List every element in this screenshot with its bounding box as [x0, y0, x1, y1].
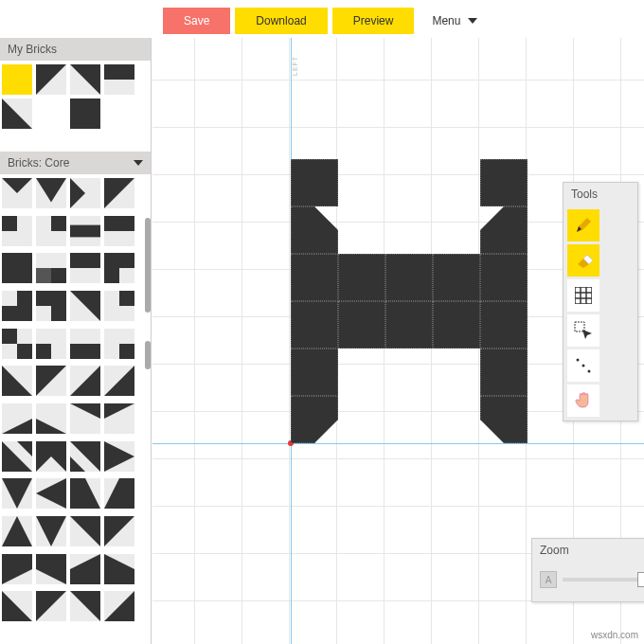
- core-bricks-header[interactable]: Bricks: Core: [0, 152, 151, 174]
- brick-tri[interactable]: [36, 366, 66, 396]
- brick-tri[interactable]: [70, 591, 100, 621]
- brick-half[interactable]: [70, 329, 100, 359]
- brick-solid-yellow[interactable]: [2, 64, 32, 95]
- svg-marker-5: [2, 178, 32, 193]
- brick-tri[interactable]: [104, 478, 134, 509]
- zoom-out-button[interactable]: A: [540, 571, 557, 588]
- brick-tri[interactable]: [70, 366, 100, 396]
- brick-solid[interactable]: [70, 98, 100, 129]
- glyph-cell[interactable]: [385, 254, 433, 301]
- brick-tri[interactable]: [70, 291, 100, 321]
- glyph-cell[interactable]: [338, 254, 385, 301]
- glyph-cell[interactable]: [480, 159, 528, 206]
- brick-tri[interactable]: [2, 403, 32, 434]
- brick-tri[interactable]: [36, 178, 66, 208]
- glyph-cell[interactable]: [480, 301, 528, 349]
- brick-q[interactable]: [2, 329, 32, 359]
- svg-rect-11: [70, 224, 100, 237]
- brick-tri[interactable]: [36, 478, 66, 509]
- brick-tri[interactable]: [2, 441, 32, 472]
- glyph-cell[interactable]: [433, 254, 480, 301]
- brick-tri[interactable]: [70, 441, 100, 472]
- brick-tri[interactable]: [36, 516, 66, 546]
- brick-tri[interactable]: [104, 178, 134, 208]
- glyph-cell[interactable]: [291, 301, 338, 349]
- glyph-cell[interactable]: [385, 301, 433, 349]
- brick-tri[interactable]: [104, 253, 134, 283]
- brick-tri[interactable]: [70, 478, 100, 509]
- svg-rect-25: [70, 344, 100, 359]
- canvas-area[interactable]: LEFT BASELINE Tools: [152, 38, 644, 644]
- brick-tri[interactable]: [2, 516, 32, 546]
- select-tool[interactable]: [567, 314, 599, 347]
- brick-tri[interactable]: [36, 441, 66, 472]
- glyph-cell[interactable]: [480, 349, 528, 396]
- brick-tri[interactable]: [36, 403, 66, 434]
- pan-tool[interactable]: [567, 385, 599, 417]
- scrollbar-thumb[interactable]: [145, 341, 151, 369]
- brick-tri[interactable]: [70, 554, 100, 584]
- brick-solid[interactable]: [2, 253, 32, 283]
- glyph-cell[interactable]: [338, 301, 385, 349]
- menu-label: Menu: [432, 14, 460, 27]
- brick-half[interactable]: [36, 253, 66, 283]
- brick-tri[interactable]: [104, 403, 134, 434]
- brick-L[interactable]: [2, 291, 32, 321]
- brick-tri[interactable]: [70, 516, 100, 546]
- preview-button[interactable]: Preview: [332, 8, 415, 34]
- brick-tri[interactable]: [36, 554, 66, 584]
- brick-tri[interactable]: [104, 516, 134, 546]
- brick-tri[interactable]: [104, 366, 134, 396]
- pencil-tool[interactable]: [567, 209, 599, 242]
- brick-L[interactable]: [36, 291, 66, 321]
- brick-tri[interactable]: [104, 441, 134, 472]
- brick-tri[interactable]: [2, 178, 32, 208]
- brick-tri[interactable]: [2, 554, 32, 584]
- brick-tri[interactable]: [36, 591, 66, 621]
- brick-tri[interactable]: [70, 64, 100, 95]
- brick-half[interactable]: [70, 253, 100, 283]
- brick-sq[interactable]: [36, 216, 66, 246]
- guide-baseline: [152, 443, 644, 444]
- glyph-cell[interactable]: [291, 206, 338, 254]
- glyph-cell[interactable]: [480, 396, 528, 443]
- svg-marker-33: [70, 403, 100, 419]
- glyph-cell[interactable]: [291, 159, 338, 206]
- svg-marker-48: [104, 516, 134, 546]
- brick-sq[interactable]: [2, 216, 32, 246]
- my-bricks-header[interactable]: My Bricks: [0, 38, 151, 61]
- brick-sq[interactable]: [104, 329, 134, 359]
- brick-half[interactable]: [104, 216, 134, 246]
- brick-tri[interactable]: [2, 591, 32, 621]
- glyph-cell[interactable]: [480, 206, 528, 254]
- glyph-cell[interactable]: [433, 301, 480, 349]
- menu-dropdown[interactable]: Menu: [419, 8, 491, 34]
- brick-half[interactable]: [70, 216, 100, 246]
- glyph-cell[interactable]: [291, 349, 338, 396]
- scrollbar-thumb[interactable]: [145, 218, 151, 313]
- brick-sq[interactable]: [104, 291, 134, 321]
- brick-tri[interactable]: [2, 478, 32, 509]
- zoom-slider-handle[interactable]: [637, 572, 644, 587]
- save-button[interactable]: Save: [163, 8, 230, 34]
- brick-empty[interactable]: [36, 98, 66, 129]
- eraser-tool[interactable]: [567, 244, 599, 277]
- download-button[interactable]: Download: [235, 8, 327, 34]
- brick-sq[interactable]: [36, 329, 66, 359]
- glyph-cell[interactable]: [480, 254, 528, 301]
- glyph-cell[interactable]: [291, 396, 338, 443]
- brick-tri[interactable]: [2, 366, 32, 396]
- brick-tri[interactable]: [104, 591, 134, 621]
- zoom-slider[interactable]: [563, 578, 644, 581]
- brick-half[interactable]: [104, 64, 134, 95]
- grid-tool[interactable]: [567, 279, 599, 312]
- brick-tri[interactable]: [70, 403, 100, 434]
- line-tool[interactable]: [567, 349, 599, 382]
- svg-marker-43: [70, 478, 100, 509]
- brick-tri[interactable]: [70, 178, 100, 208]
- brick-tri[interactable]: [36, 64, 66, 95]
- brick-tri[interactable]: [2, 98, 32, 129]
- glyph-cell[interactable]: [291, 254, 338, 301]
- brick-tri[interactable]: [104, 554, 134, 584]
- left-guide-label: LEFT: [292, 56, 298, 76]
